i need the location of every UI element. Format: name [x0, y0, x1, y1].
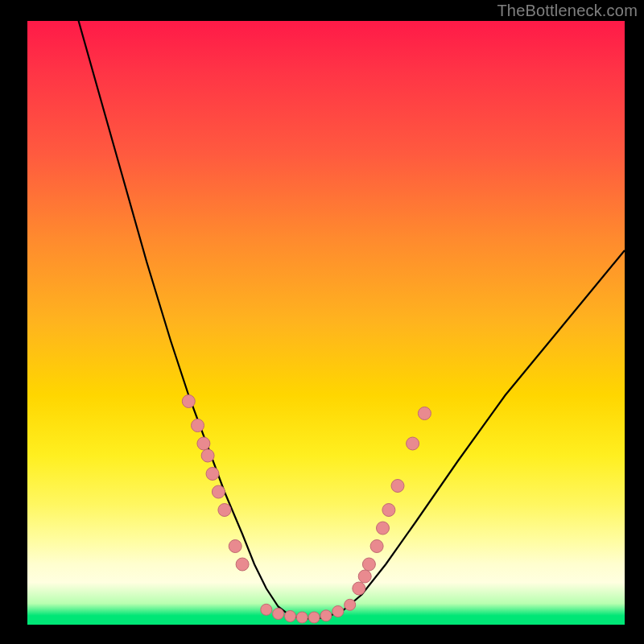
chart-frame	[27, 21, 625, 625]
watermark-text: TheBottleneck.com	[497, 2, 638, 20]
chart-gradient-background	[27, 21, 625, 625]
